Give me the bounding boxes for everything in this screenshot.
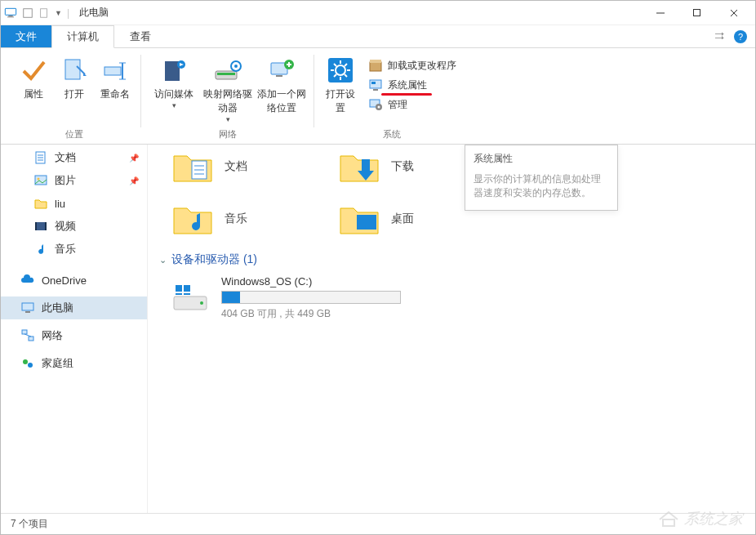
- folder-icon: [33, 196, 48, 211]
- ribbon-group-location: 属性 打开 重命名 位置: [7, 51, 141, 144]
- svg-rect-67: [357, 215, 376, 230]
- minimize-ribbon-icon[interactable]: ⮆: [714, 31, 724, 42]
- svg-rect-1: [8, 15, 12, 16]
- drive-name: Windows8_OS (C:): [221, 275, 401, 288]
- svg-point-60: [28, 363, 33, 368]
- add-location-button[interactable]: 添加一个网络位置: [257, 51, 306, 127]
- maximize-button[interactable]: [678, 1, 715, 25]
- svg-point-21: [234, 65, 238, 68]
- music-folder-icon: [171, 200, 215, 238]
- minimize-button[interactable]: [642, 1, 678, 25]
- svg-point-44: [378, 106, 380, 109]
- svg-rect-2: [7, 16, 14, 17]
- map-drive-button[interactable]: 映射网络驱动器 ▾: [203, 51, 252, 127]
- monitor-icon: [368, 78, 383, 92]
- sidebar-item-homegroup[interactable]: 家庭组: [1, 352, 147, 375]
- svg-rect-4: [41, 8, 47, 17]
- map-drive-icon: [214, 56, 242, 84]
- thispc-icon: [4, 7, 17, 19]
- ribbon: 属性 打开 重命名 位置: [1, 48, 755, 145]
- item-count: 7 个项目: [11, 517, 48, 531]
- navigation-pane: 文档📌 图片📌 liu 视频 音乐 OneDrive: [1, 145, 148, 513]
- open-icon: [60, 56, 88, 84]
- status-bar: 7 个项目 系统之家: [1, 513, 755, 534]
- svg-rect-9: [65, 60, 80, 79]
- qat-properties-icon[interactable]: [22, 7, 33, 19]
- pin-icon: 📌: [129, 154, 139, 163]
- svg-point-59: [23, 359, 28, 364]
- sidebar-item-onedrive[interactable]: OneDrive: [1, 269, 147, 292]
- drive-icon: [171, 282, 210, 314]
- system-properties-tooltip: 系统属性 显示你的计算机的信息如处理器速度和安装的内存总数。: [465, 145, 618, 211]
- sidebar-item-liu[interactable]: liu: [1, 192, 147, 215]
- close-button[interactable]: [715, 1, 752, 25]
- svg-line-58: [24, 334, 31, 337]
- folder-desktop[interactable]: 桌面: [337, 200, 414, 238]
- access-media-button[interactable]: 访问媒体 ▾: [149, 51, 198, 127]
- thispc-icon: [20, 301, 35, 315]
- documents-folder-icon: [171, 148, 215, 185]
- window-title: 此电脑: [79, 6, 109, 20]
- svg-rect-11: [105, 67, 121, 75]
- system-properties-button[interactable]: 系统属性: [363, 76, 461, 94]
- videos-icon: [33, 219, 48, 234]
- properties-button[interactable]: 属性: [16, 51, 51, 127]
- svg-rect-0: [5, 8, 16, 15]
- pin-icon: 📌: [129, 176, 139, 185]
- drive-usage-bar: [221, 291, 401, 304]
- section-devices-header[interactable]: ⌄ 设备和驱动器 (1): [159, 252, 749, 267]
- sidebar-item-network[interactable]: 网络: [1, 324, 147, 347]
- svg-rect-74: [663, 519, 674, 526]
- sidebar-item-documents[interactable]: 文档📌: [1, 146, 147, 169]
- document-icon: [33, 150, 48, 165]
- titlebar: ▼ | 此电脑: [1, 1, 755, 25]
- drive-c[interactable]: Windows8_OS (C:) 404 GB 可用 , 共 449 GB: [154, 275, 749, 321]
- svg-rect-73: [184, 293, 190, 295]
- open-button[interactable]: 打开: [56, 51, 92, 127]
- svg-point-69: [200, 301, 203, 305]
- svg-rect-65: [362, 159, 370, 171]
- sidebar-item-thispc[interactable]: 此电脑: [1, 296, 147, 319]
- tab-file[interactable]: 文件: [1, 25, 51, 47]
- svg-rect-49: [35, 176, 47, 185]
- media-server-icon: [160, 56, 188, 84]
- uninstall-programs-button[interactable]: 卸载或更改程序: [363, 56, 461, 74]
- svg-rect-41: [371, 82, 376, 84]
- downloads-folder-icon: [337, 148, 381, 185]
- rename-button[interactable]: 重命名: [97, 51, 133, 127]
- svg-rect-56: [22, 330, 27, 334]
- svg-rect-55: [25, 311, 30, 313]
- svg-rect-6: [694, 10, 700, 16]
- svg-point-50: [38, 178, 40, 181]
- help-icon[interactable]: ?: [734, 30, 747, 43]
- folder-music[interactable]: 音乐: [171, 200, 247, 238]
- folder-documents[interactable]: 文档: [171, 148, 247, 185]
- ribbon-group-system: 打开设置 卸载或更改程序 系统属性 管理: [314, 51, 469, 144]
- svg-rect-19: [217, 73, 235, 75]
- svg-rect-37: [370, 62, 381, 71]
- svg-rect-3: [24, 8, 33, 17]
- svg-rect-52: [35, 222, 37, 230]
- svg-rect-54: [22, 303, 33, 310]
- tab-view[interactable]: 查看: [114, 25, 167, 47]
- manage-button[interactable]: 管理: [363, 96, 461, 114]
- qat-dropdown-icon[interactable]: ▼: [55, 9, 62, 17]
- folder-downloads[interactable]: 下载: [337, 148, 414, 185]
- qat-new-icon[interactable]: [38, 7, 50, 19]
- network-icon: [20, 328, 35, 343]
- svg-rect-53: [45, 222, 47, 230]
- sidebar-item-videos[interactable]: 视频: [1, 215, 147, 238]
- svg-rect-51: [35, 222, 47, 230]
- tab-computer[interactable]: 计算机: [51, 25, 114, 48]
- sidebar-item-pictures[interactable]: 图片📌: [1, 169, 147, 192]
- sidebar-item-music[interactable]: 音乐: [1, 238, 147, 261]
- chevron-down-icon: ▾: [226, 115, 230, 123]
- add-location-icon: [268, 56, 296, 84]
- open-settings-button[interactable]: 打开设置: [322, 51, 358, 127]
- ribbon-group-network: 访问媒体 ▾ 映射网络驱动器 ▾ 添加一个网络位置 网络: [141, 51, 314, 144]
- svg-rect-57: [29, 337, 33, 341]
- svg-rect-72: [176, 293, 182, 295]
- svg-rect-38: [370, 60, 381, 63]
- rename-icon: [101, 56, 129, 84]
- homegroup-icon: [20, 356, 35, 371]
